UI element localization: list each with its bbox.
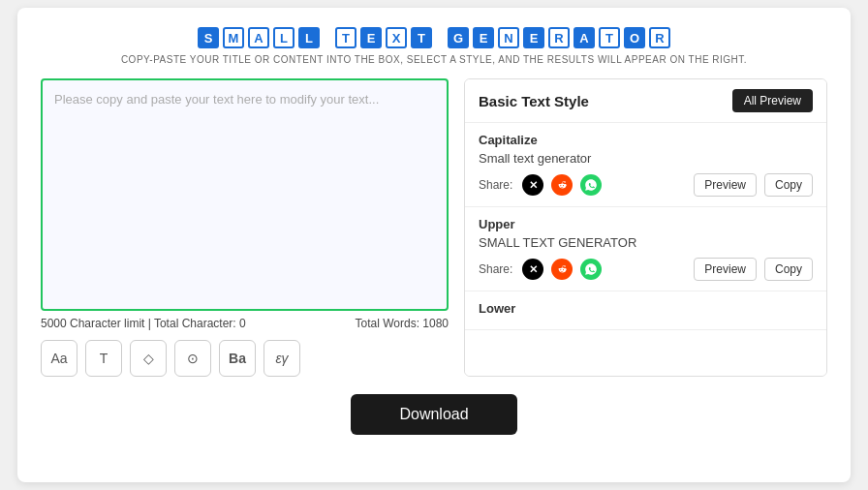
logo-t1: T — [335, 27, 356, 48]
logo-row: S M A L L T E X T G E N E R A T O R — [41, 27, 827, 48]
share-reddit-capitalize[interactable] — [551, 174, 573, 196]
logo-r2: R — [649, 27, 670, 48]
download-row: Download — [41, 394, 827, 435]
style-item-upper: Upper SMALL TEXT GENERATOR Share: ✕ Prev… — [465, 207, 826, 291]
preview-btn-capitalize[interactable]: Preview — [694, 173, 757, 197]
logo-m: M — [223, 27, 244, 48]
share-label-upper: Share: — [479, 262, 512, 276]
logo-n: N — [498, 27, 519, 48]
styles-list: Capitalize Small text generator Share: ✕… — [465, 123, 826, 376]
char-limit-label: 5000 Character limit | Total Character: … — [41, 317, 246, 330]
tool-btn-circle[interactable]: ⊙ — [174, 340, 211, 377]
toolbar-row: Aa T ◇ ⊙ Ba εγ — [41, 340, 449, 377]
style-text-upper: SMALL TEXT GENERATOR — [479, 235, 813, 250]
style-text-capitalize: Small text generator — [479, 151, 813, 166]
share-whatsapp-capitalize[interactable] — [580, 174, 602, 196]
header: S M A L L T E X T G E N E R A T O R COPY… — [41, 27, 827, 65]
copy-btn-capitalize[interactable]: Copy — [764, 173, 813, 197]
header-subtitle: COPY-PASTE YOUR TITLE OR CONTENT INTO TH… — [41, 54, 827, 65]
logo-t2: T — [411, 27, 432, 48]
char-limit-row: 5000 Character limit | Total Character: … — [41, 317, 449, 330]
share-label-capitalize: Share: — [479, 178, 512, 192]
logo-e3: E — [523, 27, 544, 48]
logo-a2: A — [574, 27, 595, 48]
logo-e2: E — [473, 27, 494, 48]
style-item-capitalize: Capitalize Small text generator Share: ✕… — [465, 123, 826, 207]
tool-btn-diamond[interactable]: ◇ — [130, 340, 167, 377]
share-x-capitalize[interactable]: ✕ — [522, 174, 543, 196]
right-panel: Basic Text Style All Preview Capitalize … — [464, 78, 827, 377]
logo-t3: T — [599, 27, 620, 48]
logo-l1: L — [273, 27, 294, 48]
total-words-label: Total Words: 1080 — [356, 317, 450, 330]
style-actions-capitalize: Share: ✕ Preview Copy — [479, 173, 813, 197]
logo-a: A — [248, 27, 269, 48]
right-panel-title: Basic Text Style — [479, 93, 589, 109]
style-name-lower: Lower — [479, 301, 813, 316]
tool-btn-greek[interactable]: εγ — [264, 340, 300, 377]
tool-btn-aa[interactable]: Aa — [41, 340, 78, 377]
tool-btn-t[interactable]: T — [85, 340, 122, 377]
all-preview-button[interactable]: All Preview — [732, 89, 813, 112]
style-item-lower: Lower — [465, 291, 826, 330]
style-name-capitalize: Capitalize — [479, 133, 813, 147]
style-actions-upper: Share: ✕ Preview Copy — [479, 258, 813, 281]
tool-btn-ba[interactable]: Ba — [219, 340, 256, 377]
logo-e1: E — [360, 27, 382, 48]
share-whatsapp-upper[interactable] — [580, 259, 602, 280]
right-panel-header: Basic Text Style All Preview — [465, 79, 826, 123]
logo-s: S — [198, 27, 219, 48]
share-x-upper[interactable]: ✕ — [522, 259, 543, 280]
content-area: 5000 Character limit | Total Character: … — [41, 78, 827, 377]
left-panel: 5000 Character limit | Total Character: … — [41, 78, 449, 377]
download-button[interactable]: Download — [351, 394, 516, 435]
logo-r1: R — [548, 27, 570, 48]
logo-x: X — [386, 27, 407, 48]
logo-l2: L — [298, 27, 320, 48]
share-reddit-upper[interactable] — [551, 259, 573, 280]
copy-btn-upper[interactable]: Copy — [764, 258, 813, 281]
preview-btn-upper[interactable]: Preview — [694, 258, 757, 281]
style-name-upper: Upper — [479, 217, 813, 231]
text-input[interactable] — [41, 78, 449, 311]
logo-g: G — [448, 27, 469, 48]
main-container: S M A L L T E X T G E N E R A T O R COPY… — [17, 8, 851, 482]
logo-o: O — [624, 27, 645, 48]
